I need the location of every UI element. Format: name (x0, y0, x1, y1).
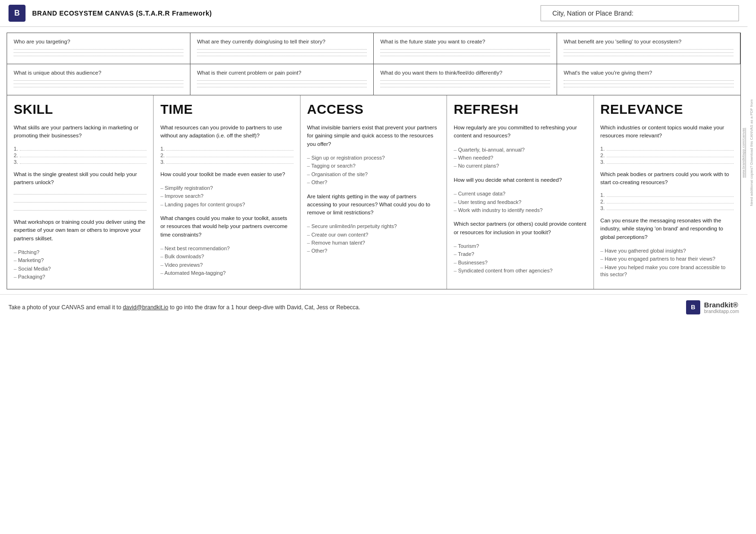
starr-col-refresh: REFRESH How regularly are you committed … (447, 95, 593, 288)
dotted-line (197, 80, 367, 81)
access-bullet-2: Tagging or search? (307, 162, 440, 170)
time-bullet-2: Improve search? (160, 192, 293, 200)
download-text: Need additional copies? Download this CA… (749, 100, 754, 206)
relevance-q3: Can you ensure the messaging resonates w… (601, 217, 734, 241)
access-bullet-6: Create our own content? (307, 231, 440, 239)
access-bullets-2: Secure unlimited/in perpetuity rights? C… (307, 222, 440, 255)
relevance-bullet-3: Have you helped make you core brand acce… (601, 263, 734, 279)
url-text: www.brandkitapp.com/canvas (741, 128, 746, 178)
footer-text-1: Take a photo of your CANVAS and email it… (9, 304, 121, 311)
starr-section: SKILL What skills are your partners lack… (7, 95, 741, 289)
relevance-bullets: Have you gathered global insights? Have … (601, 247, 734, 279)
skill-q3: What workshops or training could you del… (14, 218, 146, 243)
dotted-line (14, 80, 183, 81)
num-line-3: 3. (601, 159, 734, 165)
audience-label-2: What are they currently doing/using to t… (197, 38, 367, 45)
dotted-line (197, 84, 367, 84)
access-bullet-4: Other? (307, 178, 440, 186)
dotted-line (14, 56, 183, 56)
dotted-line (197, 87, 367, 87)
header-logo: B (9, 5, 26, 22)
starr-col-access: ACCESS What invisible barriers exist tha… (301, 95, 447, 288)
time-q3: What changes could you make to your tool… (160, 214, 293, 239)
refresh-bullet-7: Tourism? (454, 242, 586, 250)
num-line-1: 1. (14, 146, 146, 152)
footer: Take a photo of your CANVAS and email it… (0, 294, 747, 320)
side-bar: © 2023 Brandkit. All rights reserved. Ne… (747, 38, 755, 268)
header-title: BRAND ECOSYSTEM CANVAS (S.T.A.R.R Framew… (32, 9, 212, 17)
audience-label-1: Who are you targeting? (14, 38, 183, 45)
starr-col-time: TIME What resources can you provide to p… (154, 95, 300, 288)
skill-q2: What is the single greatest skill you co… (14, 170, 146, 187)
audience-label-8: What's the value you're giving them? (564, 69, 734, 76)
refresh-q1: How regularly are you committed to refre… (454, 124, 586, 140)
dotted-line (380, 52, 550, 53)
audience-label-4: What benefit are you 'selling' to your e… (564, 38, 733, 45)
time-q2: How could your toolkit be made even easi… (160, 170, 293, 178)
dotted-line (14, 49, 183, 50)
time-bullet-3: Landing pages for content groups? (160, 201, 293, 209)
time-bullet-4: Next best recommendation? (160, 245, 293, 253)
audience-label-5: What is unique about this audience? (14, 69, 183, 76)
num-line-1: 1. (601, 146, 734, 152)
dotted-line (197, 49, 367, 50)
skill-bullet-4: Packaging? (14, 273, 146, 281)
dotted-line (564, 84, 734, 84)
refresh-q2: How will you decide what content is need… (454, 176, 586, 184)
dotted-line (14, 202, 146, 203)
audience-section: Who are you targeting? What are they cur… (7, 33, 741, 95)
access-q1: What invisible barriers exist that preve… (307, 124, 440, 148)
audience-cell-8: What's the value you're giving them? (557, 64, 740, 95)
dotted-line (14, 87, 183, 87)
time-bullet-1: Simplify registration? (160, 184, 293, 192)
starr-heading-refresh: REFRESH (454, 102, 586, 117)
footer-logo-letter: B (691, 304, 695, 311)
dotted-line (197, 52, 367, 53)
access-bullet-5: Secure unlimited/in perpetuity rights? (307, 222, 440, 230)
num-line-3: 3. (160, 159, 293, 165)
dotted-line (380, 80, 550, 81)
brand-name: Brandkit® (704, 301, 738, 309)
audience-cell-1: Who are you targeting? (7, 33, 190, 64)
num-line-2: 2. (601, 153, 734, 158)
footer-text: Take a photo of your CANVAS and email it… (9, 304, 360, 311)
audience-label-3: What is the future state you want to cre… (380, 38, 550, 45)
footer-email[interactable]: david@brandkit.io (123, 304, 168, 311)
time-bullet-7: Automated Mega-tagging? (160, 269, 293, 277)
audience-cell-5: What is unique about this audience? (7, 64, 190, 95)
relevance-numbered-2: 1. 2. 3. (601, 192, 734, 211)
time-bullets-2: Next best recommendation? Bulk downloads… (160, 245, 293, 278)
starr-heading-time: TIME (160, 102, 293, 117)
starr-heading-access: ACCESS (307, 102, 440, 117)
dotted-line (197, 56, 367, 56)
skill-bullet-2: Marketing? (14, 256, 146, 264)
access-q2: Are talent rights getting in the way of … (307, 193, 440, 217)
dotted-line (564, 87, 734, 87)
skill-q1: What skills are your partners lacking in… (14, 124, 146, 140)
starr-col-skill: SKILL What skills are your partners lack… (7, 95, 154, 288)
refresh-bullet-10: Syndicated content from other agencies? (454, 267, 586, 275)
footer-brand: B Brandkit® brandkitapp.com (686, 300, 739, 314)
access-bullets-1: Sign up or registration process? Tagging… (307, 154, 440, 187)
dotted-line (564, 49, 733, 50)
refresh-bullet-8: Trade? (454, 250, 586, 258)
dotted-line (380, 56, 550, 56)
dotted-line (380, 84, 550, 84)
city-label: City, Nation or Place Brand: (541, 5, 739, 21)
audience-cell-4: What benefit are you 'selling' to your e… (557, 33, 740, 64)
skill-dotted-area (14, 191, 146, 213)
brand-url: brandkitapp.com (704, 309, 739, 314)
footer-text-2: to go into the draw for a 1 hour deep-di… (170, 304, 361, 311)
skill-bullet-1: Pitching? (14, 248, 146, 256)
num-line-2: 2. (601, 199, 734, 204)
access-bullet-7: Remove human talent? (307, 239, 440, 247)
audience-cell-6: What is their current problem or pain po… (190, 64, 374, 95)
refresh-bullet-5: User testing and feedback? (454, 198, 586, 206)
starr-col-relevance: RELEVANCE Which industries or content to… (594, 95, 740, 288)
num-line-3: 3. (601, 205, 734, 211)
refresh-bullet-9: Businesses? (454, 259, 586, 267)
num-line-3: 3. (14, 159, 146, 165)
dotted-line (14, 52, 183, 53)
num-line-1: 1. (160, 146, 293, 152)
dotted-line (380, 49, 550, 50)
